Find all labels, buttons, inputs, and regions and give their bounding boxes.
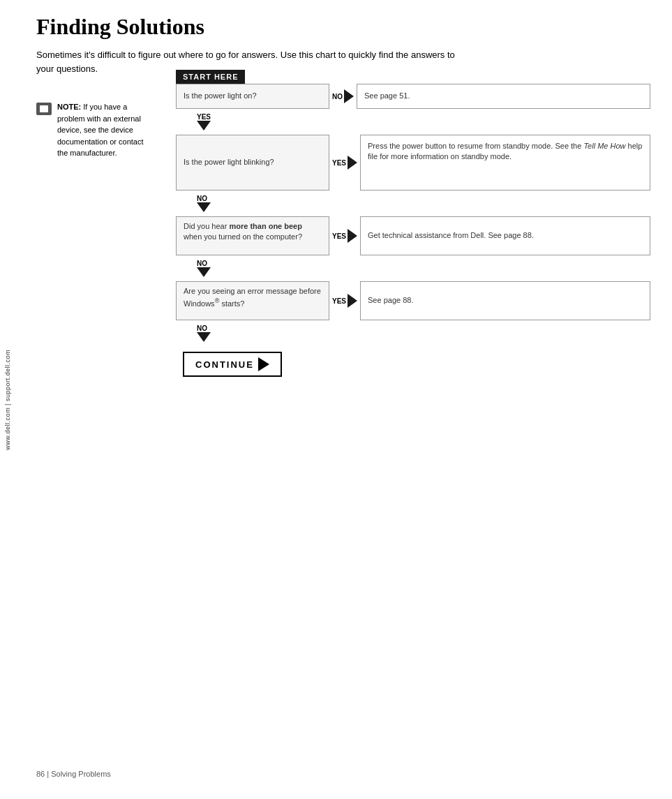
page-footer: 86 | Solving Problems — [36, 770, 111, 778]
q3-yes-arrow — [348, 229, 357, 243]
q3-yes-answer: Get technical assistance from Dell. See … — [360, 216, 650, 255]
q2-row: Is the power light blinking? YES Press t… — [176, 135, 650, 191]
q2-no-arrow — [197, 202, 211, 212]
note-icon — [36, 103, 52, 115]
q4-no-arrow — [197, 332, 211, 342]
sidebar-url: www.dell.com | support.dell.com — [4, 350, 11, 450]
q3-text: Did you hear more than one beep when you… — [184, 221, 322, 243]
q4-no-down: NO — [176, 322, 650, 345]
q1-yes-label: YES — [197, 113, 211, 121]
q4-no-label: NO — [197, 324, 207, 332]
q2-no-down: NO — [176, 192, 650, 215]
q3-no-down: NO — [176, 257, 650, 280]
q3-row: Did you hear more than one beep when you… — [176, 216, 650, 255]
q4-box: Are you seeing an error message before W… — [176, 281, 329, 320]
page-title: Finding Solutions — [36, 14, 644, 40]
note-icon-inner — [40, 105, 48, 112]
q1-no-answer: See page 51. — [357, 84, 650, 109]
q2-yes-connector: YES — [332, 135, 357, 191]
q4-yes-connector: YES — [332, 281, 357, 320]
q1-row: Is the power light on? NO See page 51. — [176, 84, 650, 109]
footer-text: 86 | Solving Problems — [36, 770, 111, 778]
q2-no-label: NO — [197, 195, 207, 202]
q1-yes-down: YES — [176, 110, 650, 133]
q3-no-label: NO — [197, 260, 207, 267]
q4-yes-label: YES — [332, 297, 346, 305]
q2-yes-label: YES — [332, 159, 346, 167]
q4-yes-arrow — [348, 294, 357, 308]
q3-box: Did you hear more than one beep when you… — [176, 216, 329, 255]
sidebar: www.dell.com | support.dell.com — [0, 0, 15, 799]
q3-yes-label: YES — [332, 232, 346, 240]
q1-no-arrow — [344, 89, 354, 103]
note-text: NOTE: If you have a problem with an exte… — [57, 101, 151, 159]
q1-yes-arrow — [197, 121, 211, 130]
q1-no-connector: NO — [332, 89, 354, 103]
q1-no-label: NO — [332, 93, 343, 100]
continue-button[interactable]: CONTINUE — [183, 352, 282, 377]
q2-box: Is the power light blinking? — [176, 135, 329, 191]
q3-no-arrow — [197, 267, 211, 277]
note-box: NOTE: If you have a problem with an exte… — [36, 101, 151, 159]
q2-yes-answer: Press the power button to resume from st… — [360, 135, 650, 191]
q4-row: Are you seeing an error message before W… — [176, 281, 650, 320]
q1-text: Is the power light on? — [184, 91, 257, 101]
continue-arrow-icon — [258, 357, 269, 371]
continue-area: CONTINUE — [176, 349, 650, 377]
main-content: Finding Solutions Sometimes it's difficu… — [15, 0, 672, 799]
flowchart: START HERE Is the power light on? NO See… — [176, 70, 650, 377]
note-label: NOTE: — [57, 103, 81, 111]
q2-yes-arrow — [348, 156, 357, 170]
q3-yes-connector: YES — [332, 216, 357, 255]
q2-text: Is the power light blinking? — [184, 157, 274, 167]
q1-box: Is the power light on? — [176, 84, 329, 109]
continue-label: CONTINUE — [195, 359, 254, 370]
q4-yes-answer: See page 88. — [360, 281, 650, 320]
q4-text: Are you seeing an error message before W… — [184, 286, 322, 309]
start-here-label: START HERE — [176, 70, 650, 84]
